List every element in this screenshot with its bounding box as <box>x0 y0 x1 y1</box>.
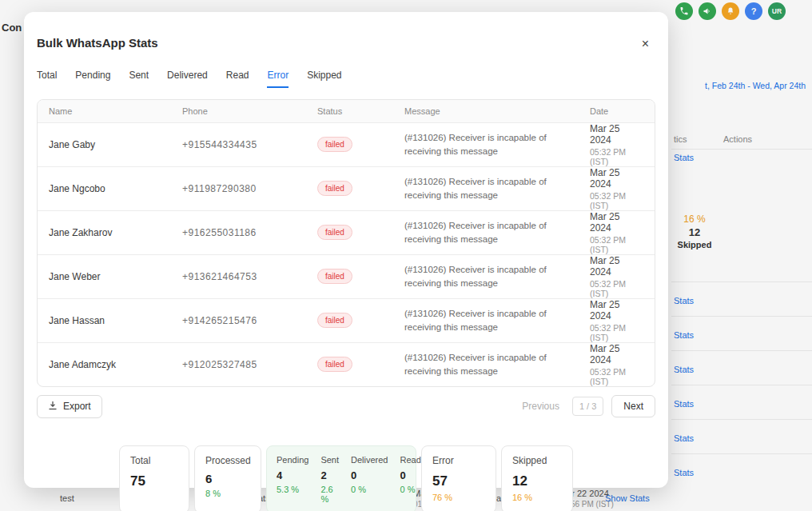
status-badge: failed <box>317 225 352 240</box>
time-text: 05:32 PM (IST) <box>590 235 643 254</box>
time-text: 05:32 PM (IST) <box>590 323 643 342</box>
cell-message: (#131026) Receiver is incapable of recei… <box>393 298 579 342</box>
previous-button[interactable]: Previous <box>517 396 564 417</box>
table-footer: Export Previous 1 / 3 Next <box>37 395 655 418</box>
summary-card-error: Error 57 76 % <box>421 445 496 511</box>
date-text: Mar 25 2024 <box>590 299 643 321</box>
cell-message: (#131026) Receiver is incapable of recei… <box>393 342 579 386</box>
error-table: Name Phone Status Message Date Jane Gaby… <box>37 99 655 387</box>
cell-status: failed <box>306 298 393 342</box>
date-text: Mar 25 2024 <box>590 167 643 190</box>
cell-name: Jane Adamczyk <box>38 342 171 386</box>
cell-name: Jane Gaby <box>38 122 171 166</box>
header-date: Date <box>579 100 655 122</box>
modal-header: Bulk WhatsApp Stats × <box>24 12 668 52</box>
cell-phone: +911987290380 <box>171 166 306 210</box>
cell-message: (#131026) Receiver is incapable of recei… <box>393 166 579 210</box>
summary-card-processed: Processed 6 8 % <box>194 445 261 511</box>
cell-phone: +915544334435 <box>171 122 306 166</box>
card-label: Read <box>400 455 420 465</box>
date-text: Mar 25 2024 <box>590 343 643 365</box>
cell-phone: +914265215476 <box>171 298 306 342</box>
cell-name: Jane Zakharov <box>38 210 171 254</box>
card-pct: 16 % <box>512 493 562 502</box>
table-row: Jane Gaby +915544334435 failed (#131026)… <box>38 122 655 166</box>
card-value: 12 <box>512 473 562 489</box>
card-label: Pending <box>277 455 308 465</box>
card-pct: 8 % <box>205 489 250 498</box>
card-label: Processed <box>205 455 250 466</box>
cell-date: Mar 25 202405:32 PM (IST) <box>579 166 655 210</box>
status-badge: failed <box>317 357 352 372</box>
tab-delivered[interactable]: Delivered <box>167 70 208 88</box>
date-text: Mar 25 2024 <box>590 123 643 146</box>
table-header-row: Name Phone Status Message Date <box>38 100 655 122</box>
summary-cards: Total 75 Processed 6 8 % Pending 4 5.3 %… <box>24 445 668 511</box>
card-label: Error <box>432 455 485 466</box>
modal-title: Bulk WhatsApp Stats <box>37 36 158 50</box>
card-label: Sent <box>320 455 339 465</box>
cell-status: failed <box>306 122 393 166</box>
card-value: 0 <box>400 469 420 481</box>
close-icon[interactable]: × <box>639 36 652 52</box>
card-value: 2 <box>320 469 339 481</box>
card-pct: 5.3 % <box>277 485 308 494</box>
summary-col-delivered: Delivered 0 0 % <box>351 455 388 504</box>
card-value: 6 <box>205 472 250 485</box>
cell-status: failed <box>306 210 393 254</box>
tab-error[interactable]: Error <box>267 70 289 88</box>
status-badge: failed <box>317 269 352 284</box>
table-row: Jane Hassan +914265215476 failed (#13102… <box>38 298 655 342</box>
card-pct: 0 % <box>351 485 388 494</box>
tab-sent[interactable]: Sent <box>129 70 149 88</box>
cell-phone: +916255031186 <box>171 210 306 254</box>
cell-date: Mar 25 202405:32 PM (IST) <box>579 342 655 386</box>
status-badge: failed <box>317 313 352 328</box>
header-status: Status <box>306 100 393 122</box>
time-text: 05:32 PM (IST) <box>590 147 643 166</box>
tab-skipped[interactable]: Skipped <box>307 70 341 88</box>
cell-message: (#131026) Receiver is incapable of recei… <box>393 122 579 166</box>
stats-tabs: Total Pending Sent Delivered Read Error … <box>37 70 655 88</box>
page-indicator: 1 / 3 <box>572 397 603 416</box>
header-message: Message <box>393 100 579 122</box>
date-text: Mar 25 2024 <box>590 255 643 277</box>
export-button[interactable]: Export <box>37 395 102 418</box>
summary-card-skipped: Skipped 12 16 % <box>501 445 573 511</box>
header-phone: Phone <box>171 100 306 122</box>
card-pct: 2.6 % <box>320 485 339 504</box>
summary-card-total: Total 75 <box>119 445 189 511</box>
status-badge: failed <box>317 181 352 196</box>
next-button[interactable]: Next <box>611 395 655 417</box>
card-pct: 0 % <box>400 485 420 494</box>
summary-col-read: Read 0 0 % <box>400 455 420 504</box>
table-row: Jane Weber +913621464753 failed (#131026… <box>38 254 655 298</box>
card-label: Delivered <box>351 455 388 465</box>
cell-message: (#131026) Receiver is incapable of recei… <box>393 210 579 254</box>
download-icon <box>48 401 58 413</box>
tab-pending[interactable]: Pending <box>75 70 110 88</box>
export-label: Export <box>63 401 91 412</box>
table-row: Jane Ngcobo +911987290380 failed (#13102… <box>38 166 655 210</box>
cell-status: failed <box>306 166 393 210</box>
card-label: Skipped <box>512 455 562 466</box>
summary-col-sent: Sent 2 2.6 % <box>320 455 339 504</box>
tab-read[interactable]: Read <box>226 70 249 88</box>
cell-date: Mar 25 202405:32 PM (IST) <box>579 298 655 342</box>
cell-name: Jane Ngcobo <box>38 166 171 210</box>
status-badge: failed <box>317 137 352 152</box>
cell-name: Jane Weber <box>38 254 171 298</box>
card-value: 75 <box>130 473 178 489</box>
header-name: Name <box>38 100 171 122</box>
cell-name: Jane Hassan <box>38 298 171 342</box>
summary-col-pending: Pending 4 5.3 % <box>277 455 308 504</box>
card-value: 0 <box>351 469 388 481</box>
cell-phone: +912025327485 <box>171 342 306 386</box>
table-row: Jane Adamczyk +912025327485 failed (#131… <box>38 342 655 386</box>
tab-total[interactable]: Total <box>37 70 57 88</box>
bulk-whatsapp-stats-modal: Bulk WhatsApp Stats × Total Pending Sent… <box>24 12 668 488</box>
cell-date: Mar 25 202405:32 PM (IST) <box>579 210 655 254</box>
time-text: 05:32 PM (IST) <box>590 191 643 210</box>
pagination: Previous 1 / 3 Next <box>517 395 655 417</box>
summary-card-progress-group: Pending 4 5.3 % Sent 2 2.6 % Delivered 0… <box>266 445 416 511</box>
